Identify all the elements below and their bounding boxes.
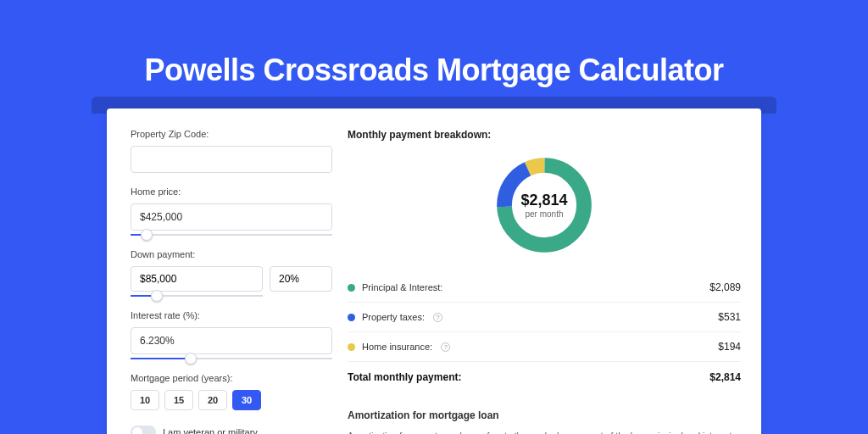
period-options: 10152030 — [131, 390, 334, 410]
slider-fill — [131, 358, 191, 359]
amortization-text: Amortization for a mortgage loan refers … — [348, 430, 741, 434]
info-icon[interactable]: ? — [441, 342, 450, 352]
legend-value: $194 — [718, 341, 741, 353]
form-column: Property Zip Code: Home price: Down paym… — [107, 108, 334, 434]
down-payment-slider[interactable] — [131, 295, 263, 297]
period-label: Mortgage period (years): — [131, 373, 334, 383]
home-price-label: Home price: — [131, 186, 334, 197]
total-value: $2,814 — [709, 371, 741, 383]
interest-input[interactable] — [131, 327, 332, 354]
period-group: Mortgage period (years): 10152030 — [131, 373, 334, 410]
calculator-card: Property Zip Code: Home price: Down paym… — [107, 108, 761, 434]
dot-icon — [348, 314, 355, 321]
dot-icon — [348, 284, 355, 292]
total-row: Total monthly payment: $2,814 — [348, 361, 741, 392]
breakdown-title: Monthly payment breakdown: — [348, 129, 741, 141]
home-price-group: Home price: — [131, 186, 334, 236]
toggle-knob — [132, 427, 142, 434]
legend-row-insurance: Home insurance: ? $194 — [348, 331, 741, 361]
down-payment-label: Down payment: — [131, 249, 334, 259]
period-option-30[interactable]: 30 — [232, 390, 261, 410]
zip-input[interactable] — [131, 146, 332, 173]
down-payment-amount-input[interactable] — [131, 266, 263, 292]
legend-row-taxes: Property taxes: ? $531 — [348, 302, 741, 331]
donut-amount: $2,814 — [520, 192, 567, 209]
period-option-15[interactable]: 15 — [164, 390, 193, 410]
interest-slider[interactable] — [131, 358, 332, 359]
legend-value: $2,089 — [709, 281, 741, 293]
down-payment-percent-input[interactable] — [270, 266, 332, 292]
period-option-20[interactable]: 20 — [198, 390, 227, 410]
home-price-input[interactable] — [131, 203, 332, 231]
dot-icon — [348, 343, 355, 351]
veteran-label: I am veteran or military — [163, 427, 258, 434]
breakdown-column: Monthly payment breakdown: $2,814 per mo… — [334, 108, 761, 434]
donut-center: $2,814 per month — [492, 153, 597, 258]
legend-label: Property taxes: — [362, 312, 425, 322]
legend-label: Home insurance: — [362, 342, 432, 352]
amortization-title: Amortization for mortgage loan — [348, 409, 741, 421]
home-price-slider[interactable] — [131, 234, 332, 236]
veteran-toggle[interactable] — [131, 426, 156, 434]
donut-chart: $2,814 per month — [492, 153, 597, 258]
donut-sublabel: per month — [525, 209, 563, 219]
veteran-row: I am veteran or military — [131, 426, 334, 434]
zip-label: Property Zip Code: — [131, 129, 334, 139]
slider-thumb[interactable] — [151, 290, 163, 302]
legend-value: $531 — [718, 311, 741, 323]
total-label: Total monthly payment: — [348, 371, 461, 383]
slider-thumb[interactable] — [141, 229, 153, 241]
down-payment-group: Down payment: — [131, 249, 334, 297]
slider-thumb[interactable] — [185, 353, 197, 364]
period-option-10[interactable]: 10 — [131, 390, 159, 410]
page-title: Powells Crossroads Mortgage Calculator — [0, 53, 868, 88]
interest-label: Interest rate (%): — [131, 310, 334, 320]
donut-chart-wrap: $2,814 per month — [348, 153, 741, 258]
legend-row-principal: Principal & Interest: $2,089 — [348, 273, 741, 302]
info-icon[interactable]: ? — [433, 313, 442, 322]
zip-group: Property Zip Code: — [131, 129, 334, 173]
interest-group: Interest rate (%): — [131, 310, 334, 359]
legend-label: Principal & Interest: — [362, 282, 442, 292]
